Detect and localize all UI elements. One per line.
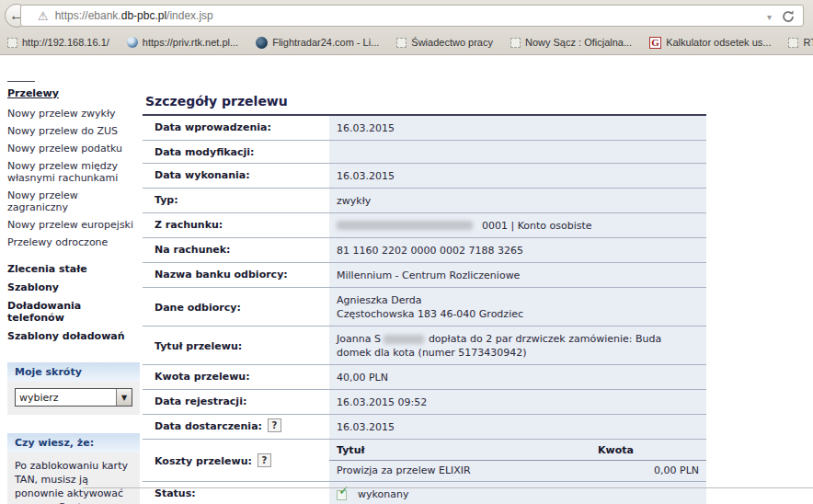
transfer-details-panel: Szczegóły przelewu Data wprowadzenia: 16… — [143, 94, 706, 504]
sidebar-item-nowy-przelew-podatku[interactable]: Nowy przelew podatku — [7, 143, 140, 155]
table-row: Data wykonania: 16.03.2015 — [143, 164, 706, 189]
bank-page: Przelewy Nowy przelew zwykły Nowy przele… — [0, 55, 813, 504]
globe-icon — [127, 37, 138, 48]
bookmark-item[interactable]: RTK wiki — [788, 37, 813, 48]
row-value-transfer-title: Joanna Sdopłata do 2 par drzwiczek zamów… — [329, 326, 706, 364]
costs-header-amount: Kwota — [598, 443, 699, 457]
row-value: 16.03.2015 — [329, 116, 706, 140]
divider — [7, 81, 35, 82]
costs-header-row: Tytuł Kwota — [329, 440, 706, 461]
row-value-masked-account: 0001 | Konto osobiste — [329, 213, 706, 237]
row-label: Data rejestracji: — [143, 390, 329, 414]
row-label: Data modyfikacji: — [143, 141, 329, 163]
shortcuts-select[interactable]: wybierz ▼ — [15, 388, 132, 407]
table-row: Na rachunek: 81 1160 2202 0000 0002 7188… — [143, 238, 706, 263]
table-row-status: Status: ✓ wykonany — [143, 482, 706, 504]
chevron-down-icon[interactable]: ▼ — [116, 389, 132, 406]
help-icon[interactable]: ? — [258, 453, 271, 467]
bookmark-label: Kalkulator odsetek us... — [666, 37, 771, 48]
sidebar: Przelewy Nowy przelew zwykły Nowy przele… — [7, 81, 140, 504]
warning-icon: ⚠ — [38, 9, 49, 23]
shortcuts-title: Moje skróty — [7, 362, 140, 382]
row-label: Status: — [143, 482, 329, 504]
table-row: Tytuł przelewu: Joanna Sdopłata do 2 par… — [143, 326, 706, 365]
bookmark-item[interactable]: Flightradar24.com - Li... — [256, 37, 379, 49]
row-label-text: Koszty przelewu: — [155, 455, 252, 467]
bookmark-item[interactable]: Nowy Sącz : Oficjalna... — [510, 37, 632, 48]
row-label: Kwota przelewu: — [143, 365, 329, 389]
table-row: Typ: zwykły — [143, 189, 706, 213]
row-label: Z rachunku: — [143, 213, 329, 237]
globe-dark-icon — [256, 37, 268, 49]
help-icon[interactable]: ? — [268, 418, 281, 432]
costs-subtable: Tytuł Kwota Prowizja za przelew ELIXIR 0… — [329, 440, 706, 481]
table-row: Dane odbiorcy: Agnieszka Derda Częstocho… — [143, 288, 706, 326]
cost-title: Prowizja za przelew ELIXIR — [337, 464, 598, 477]
cost-amount: 0,00 PLN — [598, 464, 699, 477]
row-value: 81 1160 2202 0000 0002 7188 3265 — [329, 238, 706, 262]
bookmark-item[interactable]: http://192.168.16.1/ — [7, 37, 109, 48]
sidebar-section-przelewy[interactable]: Przelewy — [7, 87, 140, 99]
table-row: Nazwa banku odbiorcy: Millennium - Centr… — [143, 263, 706, 288]
url-row: ← ⚠ https://ebank.db-pbc.pl/index.jsp ▾ — [0, 0, 813, 30]
recipient-address: Częstochowska 183 46-040 Grodziec — [337, 307, 699, 321]
recipient-name: Agnieszka Derda — [337, 293, 699, 307]
table-row: Data dostarczenia: ? 16.03.2015 — [143, 415, 706, 440]
sidebar-item-nowy-przelew-zwykly[interactable]: Nowy przelew zwykły — [7, 108, 140, 120]
row-label: Data wykonania: — [143, 164, 329, 188]
row-label: Tytuł przelewu: — [143, 326, 329, 364]
reload-icon[interactable] — [781, 9, 796, 24]
title-prefix: Joanna S — [337, 333, 381, 345]
page-title: Szczegóły przelewu — [143, 94, 706, 116]
url-input[interactable]: ⚠ https://ebank.db-pbc.pl/index.jsp ▾ — [20, 5, 804, 27]
sidebar-item-przelew-miedzy-rachunkami[interactable]: Nowy przelew między własnymi rachunkami — [7, 160, 140, 184]
sidebar-item-szablony[interactable]: Szablony — [7, 281, 140, 293]
sidebar-item-nowy-przelew-do-zus[interactable]: Nowy przelew do ZUS — [7, 125, 140, 137]
bookmark-icon — [788, 38, 798, 48]
bookmark-label: http://192.168.16.1/ — [22, 37, 109, 48]
row-label: Na rachunek: — [143, 238, 329, 262]
bookmark-item[interactable]: Świadectwo pracy — [396, 37, 493, 48]
row-label: Dane odbiorcy: — [143, 288, 329, 326]
shortcuts-selected-value: wybierz — [16, 389, 116, 406]
bookmark-label: Nowy Sącz : Oficjalna... — [525, 37, 632, 48]
bookmark-label: RTK wiki — [803, 37, 813, 48]
row-label: Data wprowadzenia: — [143, 116, 329, 140]
row-label: Data dostarczenia: ? — [143, 415, 329, 439]
row-value-recipient: Agnieszka Derda Częstochowska 183 46-040… — [329, 288, 706, 326]
sidebar-item-przelewy-odroczone[interactable]: Przelewy odroczone — [7, 236, 140, 248]
tip-text: Po zablokowaniu karty TAN, musisz ją pon… — [15, 459, 132, 504]
bookmark-icon — [396, 38, 406, 48]
costs-header-title: Tytuł — [337, 443, 598, 457]
url-dropdown-icon[interactable]: ▾ — [767, 12, 772, 22]
row-value: 16.03.2015 — [329, 415, 706, 439]
row-value-status: ✓ wykonany — [329, 482, 706, 504]
bookmark-label: https://priv.rtk.net.pl... — [143, 37, 238, 48]
table-row: Data modyfikacji: — [143, 141, 706, 164]
bookmark-label: Flightradar24.com - Li... — [272, 37, 379, 48]
row-value: Millennium - Centrum Rozliczeniowe — [329, 263, 706, 287]
costs-data-row: Prowizja za przelew ELIXIR 0,00 PLN — [329, 461, 706, 481]
row-value: 16.03.2015 — [329, 164, 706, 188]
browser-chrome: ← ⚠ https://ebank.db-pbc.pl/index.jsp ▾ … — [0, 0, 813, 55]
account-suffix: 0001 | Konto osobiste — [482, 220, 592, 232]
row-value — [329, 141, 706, 163]
row-label: Nazwa banku odbiorcy: — [143, 263, 329, 287]
sidebar-item-przelew-zagraniczny[interactable]: Nowy przelew zagraniczny — [7, 189, 140, 213]
table-row-costs: Koszty przelewu: ? Tytuł Kwota Prowizja … — [143, 440, 706, 482]
table-row: Data wprowadzenia: 16.03.2015 — [143, 116, 706, 141]
sidebar-item-zlecenia-stale[interactable]: Zlecenia stałe — [7, 263, 140, 275]
details-table: Data wprowadzenia: 16.03.2015 Data modyf… — [143, 116, 706, 504]
row-value: 40,00 PLN — [329, 365, 706, 389]
table-row: Data rejestracji: 16.03.2015 09:52 — [143, 390, 706, 415]
sidebar-item-doladowania[interactable]: Doładowania telefonów — [7, 300, 140, 324]
redacted-surname — [384, 335, 424, 344]
bookmark-item[interactable]: https://priv.rtk.net.pl... — [127, 37, 238, 48]
divider — [83, 487, 813, 488]
sidebar-item-przelew-europejski[interactable]: Nowy przelew europejski — [7, 219, 140, 231]
bookmark-label: Świadectwo pracy — [411, 37, 493, 48]
bookmark-item[interactable]: G Kalkulator odsetek us... — [649, 37, 771, 49]
table-row: Kwota przelewu: 40,00 PLN — [143, 365, 706, 390]
sidebar-item-szablony-doladowan[interactable]: Szablony doładowań — [7, 330, 140, 342]
shortcuts-box: Moje skróty wybierz ▼ — [7, 362, 140, 415]
